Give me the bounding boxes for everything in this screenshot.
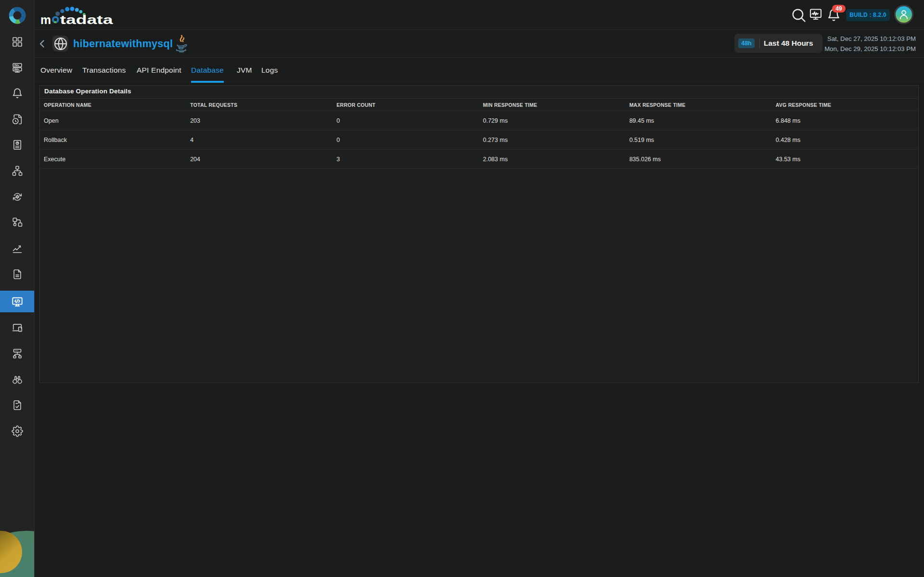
svg-text:tadata: tadata [60,13,114,27]
svg-text:m: m [40,13,51,27]
